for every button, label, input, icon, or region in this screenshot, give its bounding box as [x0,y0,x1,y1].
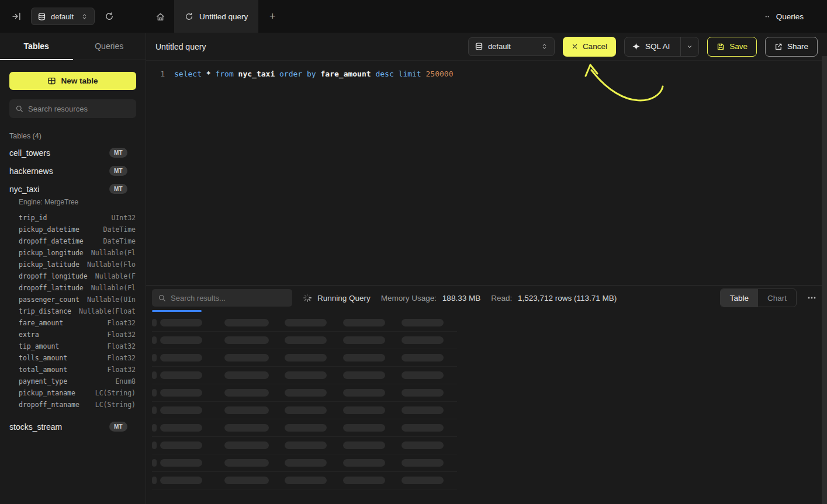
vertical-scrollbar[interactable] [822,56,827,504]
query-database-selector[interactable]: default [468,37,555,56]
table-engine: Engine: MergeTree [0,198,146,210]
column-name: trip_distance [19,307,71,315]
skeleton-cell [152,459,157,467]
skeleton-cell [160,424,202,432]
sql-code-line: select * from nyc_taxi order by fare_amo… [174,69,454,78]
column-name: dropoff_ntaname [19,401,79,409]
table-item-nyc_taxi[interactable]: nyc_taxiMT [0,180,146,198]
column-type: Nullable(UIn [87,296,136,304]
column-name: pickup_longitude [19,249,84,257]
sql-token [421,69,426,78]
skeleton-cell [285,477,327,484]
sql-editor[interactable]: 1 select * from nyc_taxi order by fare_a… [146,61,827,285]
cancel-button[interactable]: Cancel [563,37,616,57]
share-icon [774,43,783,51]
save-button[interactable]: Save [707,37,757,57]
search-resources-input[interactable] [28,105,130,113]
column-type: DateTime [103,225,136,234]
column-type: Float32 [108,319,136,327]
column-name: pickup_latitude [19,260,79,269]
column-row: pickup_ntanameLC(String) [0,387,146,399]
app-shell: Tables Queries New table Tables (4) cell… [0,33,827,504]
skeleton-row [152,472,457,489]
refresh-button[interactable] [105,12,114,21]
column-type: Enum8 [115,377,136,385]
column-row: trip_idUInt32 [0,212,146,224]
refresh-icon [105,12,114,21]
mergetree-badge: MT [109,422,127,432]
skeleton-cell [285,389,327,397]
table-grid-icon [47,77,56,85]
column-row: passenger_countNullable(UIn [0,294,146,305]
column-row: dropoff_datetimeDateTime [0,235,146,247]
view-toggle-table[interactable]: Table [721,289,758,307]
memory-usage: Memory Usage: 188.33 MB [381,294,480,303]
skeleton-cell [285,459,327,467]
sql-token: limit [399,69,421,78]
column-name: fare_amount [19,319,63,327]
mergetree-badge: MT [109,148,127,158]
skeleton-row [152,419,457,437]
resource-search [9,99,136,118]
sidebar-tabs: Tables Queries [0,33,146,60]
skeleton-cell [285,336,327,344]
new-tab-button[interactable]: + [258,0,286,33]
sidebar-tab-tables[interactable]: Tables [0,33,73,60]
topbar: default Untitled query + [0,0,827,33]
database-icon [37,12,46,21]
sql-token: 250000 [426,69,454,78]
skeleton-cell [285,406,327,414]
spinner-icon [303,293,312,303]
skeleton-cell [402,389,444,397]
skeleton-cell [343,319,385,326]
share-button[interactable]: Share [765,37,818,57]
new-table-button[interactable]: New table [9,72,136,90]
sql-ai-button[interactable]: SQL AI [624,37,699,57]
view-toggle-chart[interactable]: Chart [758,289,796,307]
sql-ai-dropdown-toggle[interactable] [680,37,698,56]
skeleton-row [152,367,457,384]
table-item-hackernews[interactable]: hackernewsMT [0,162,146,180]
topbar-right: Queries [764,0,827,33]
table-list: cell_towersMThackernewsMTnyc_taxiMTEngin… [0,144,146,436]
database-name: default [51,12,74,21]
tab-home[interactable] [146,0,174,33]
skeleton-cell [343,354,385,362]
column-type: Nullable(Fl [91,249,136,257]
more-options-button[interactable] [807,293,816,303]
query-actions: default Cancel SQL AI [468,37,818,57]
column-row: tip_amountFloat32 [0,340,146,352]
skeleton-cell [224,319,269,326]
skeleton-cell [402,406,444,414]
database-icon [475,42,483,51]
skeleton-cell [152,424,157,432]
skeleton-cell [402,442,444,449]
database-selector[interactable]: default [31,8,95,25]
skeleton-cell [285,442,327,449]
column-name: trip_id [19,214,47,222]
skeleton-cell [402,371,444,379]
tab-untitled-query[interactable]: Untitled query [174,0,258,33]
table-item-cell_towers[interactable]: cell_towersMT [0,144,146,162]
sql-token: by [307,69,316,78]
sql-token: select [174,69,202,78]
skeleton-cell [224,406,269,414]
results-skeleton [146,312,827,489]
skeleton-cell [402,477,444,484]
column-type: Float32 [108,354,136,362]
skeleton-cell [152,477,157,484]
sidebar-tab-queries[interactable]: Queries [73,33,146,60]
skeleton-cell [160,406,202,414]
save-label: Save [729,42,748,51]
skeleton-cell [160,354,202,362]
table-item-stocks_stream[interactable]: stocks_streamMT [0,418,146,436]
skeleton-cell [224,371,269,379]
collapse-sidebar-button[interactable] [12,12,21,21]
column-type: Float32 [108,331,136,339]
queries-icon [764,13,772,20]
search-results-input[interactable] [171,294,286,303]
chevron-up-down-icon [81,13,88,20]
sql-token: fare_amount [321,69,371,78]
sql-token: nyc_taxi [238,69,275,78]
queries-link[interactable]: Queries [764,12,804,21]
